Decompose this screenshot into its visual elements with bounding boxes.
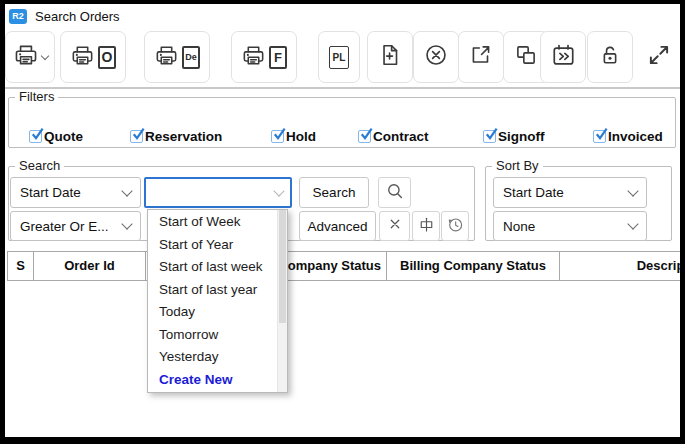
print-button[interactable] [5,31,55,83]
cancel-order-button[interactable] [413,31,459,83]
sort-secondary-select[interactable]: None [493,211,647,241]
clear-icon [385,214,405,238]
filter-hold-checkbox[interactable]: Hold [271,129,316,144]
chevron-down-icon [121,185,132,196]
search-orders-window: R2 Search Orders O De F PL [0,0,685,444]
document-f-icon: F [269,46,287,69]
chevron-down-icon [40,52,48,60]
checkbox-check-icon [130,130,143,143]
filters-label: Filters [15,89,58,104]
filter-reservation-checkbox[interactable]: Reservation [130,129,222,144]
search-field-select[interactable]: Start Date [10,177,141,208]
dropdown-scrollbar[interactable] [277,210,287,392]
column-header-description[interactable]: Description [560,252,680,280]
filter-quote-checkbox[interactable]: Quote [29,129,83,144]
checkbox-check-icon [29,130,42,143]
checkbox-check-icon [483,130,496,143]
toolbar-divider [5,87,680,89]
search-label: Search [15,158,64,173]
search-button[interactable]: Search [299,177,369,208]
new-document-icon [377,42,403,72]
printer-icon [241,43,266,72]
dropdown-item[interactable]: Today [148,301,287,324]
dropdown-scrollbar-thumb[interactable] [279,210,286,323]
dropdown-item[interactable]: Tomorrow [148,324,287,347]
search-value-combobox[interactable] [144,177,292,208]
history-icon [445,214,466,239]
dropdown-item[interactable]: Start of last week [148,256,287,279]
r2-logo-icon: R2 [9,9,27,24]
dropdown-item[interactable]: Start of Year [148,234,287,257]
expand-icon [646,42,672,72]
expand-button[interactable] [639,31,679,83]
open-external-button[interactable] [458,31,504,83]
sort-by-label: Sort By [492,158,543,173]
duplicate-icon [513,42,539,72]
mirror-icon [416,214,437,239]
chevron-down-icon [627,218,638,229]
print-form-button[interactable]: F [231,31,297,83]
column-header-order-id[interactable]: Order Id [34,252,146,280]
chevron-down-icon [121,218,132,229]
checkbox-check-icon [358,130,371,143]
filter-contract-checkbox[interactable]: Contract [358,129,429,144]
document-o-icon: O [98,46,116,69]
unlock-icon [597,42,623,72]
checkbox-check-icon [593,130,606,143]
window-title: Search Orders [35,9,120,24]
open-external-icon [468,42,494,72]
document-de-icon: De [182,46,200,69]
print-order-button[interactable]: O [60,31,126,83]
printer-icon [13,42,39,72]
extend-schedule-button[interactable] [540,31,586,83]
new-order-button[interactable] [367,31,413,83]
unlock-button[interactable] [587,31,633,83]
search-history-button[interactable] [441,211,469,241]
filter-signoff-checkbox[interactable]: Signoff [483,129,545,144]
dropdown-item[interactable]: Start of Week [148,211,287,234]
orders-table-header: S Order Id Company Status Billing Compan… [7,251,680,281]
clear-search-button[interactable] [379,211,410,241]
printer-icon [70,43,95,72]
chevron-down-icon [627,185,638,196]
printer-icon [154,43,179,72]
dropdown-item-create-new[interactable]: Create New [148,369,287,392]
pick-list-icon: PL [329,46,349,69]
search-icon [384,180,406,206]
mirror-view-button[interactable] [412,211,440,241]
chevron-down-icon[interactable] [273,185,284,196]
advanced-button[interactable]: Advanced [299,211,376,241]
checkbox-check-icon [271,130,284,143]
search-value-input[interactable] [153,185,275,200]
sort-primary-select[interactable]: Start Date [493,177,647,208]
date-preset-dropdown: Start of Week Start of Year Start of las… [147,209,288,393]
title-bar[interactable]: R2 Search Orders [5,4,680,28]
filter-invoiced-checkbox[interactable]: Invoiced [593,129,663,144]
filters-groupbox: Filters Quote Reservation Hold Contract … [8,97,676,148]
dropdown-item[interactable]: Yesterday [148,346,287,369]
column-header-billing-company-status[interactable]: Billing Company Status [387,252,560,280]
column-header-s[interactable]: S [8,252,34,280]
search-operator-select[interactable]: Greater Or E... [10,211,141,241]
quick-search-button[interactable] [378,177,411,208]
print-detail-button[interactable]: De [144,31,210,83]
cancel-icon [423,42,449,72]
dropdown-item[interactable]: Start of last year [148,279,287,302]
calendar-forward-icon [550,42,577,73]
pick-list-button[interactable]: PL [318,31,360,83]
